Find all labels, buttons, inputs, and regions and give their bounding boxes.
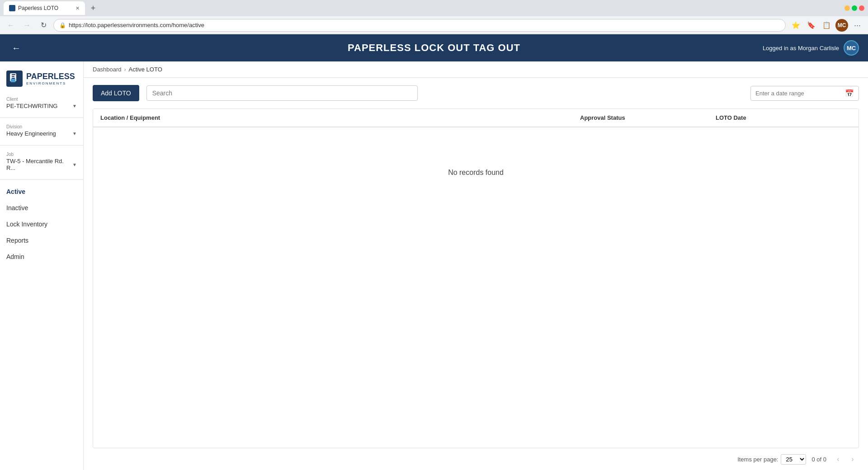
division-chevron-icon: ▼ <box>72 131 77 136</box>
forward-nav-button[interactable]: → <box>21 19 33 32</box>
column-loto-date: LOTO Date <box>716 114 851 121</box>
pagination-nav: ‹ › <box>832 453 859 465</box>
column-approval: Approval Status <box>580 114 716 121</box>
calendar-icon: 📅 <box>845 89 854 98</box>
window-controls <box>844 5 864 11</box>
app-title: PAPERLESS LOCK OUT TAG OUT <box>348 42 520 54</box>
header-user-avatar[interactable]: MC <box>844 40 859 56</box>
date-range-wrapper[interactable]: 📅 <box>750 86 859 101</box>
job-select[interactable]: TW-5 - Mercantile Rd. R... ▼ <box>6 158 77 171</box>
collections-icon[interactable]: 📋 <box>820 19 833 32</box>
logo-main-text: PAPERLESS <box>26 72 75 81</box>
address-bar[interactable]: 🔒 https://loto.paperlessenvironments.com… <box>53 19 786 32</box>
extensions-icon[interactable]: ⭐ <box>789 19 802 32</box>
lock-secure-icon: 🔒 <box>59 22 66 28</box>
header-user-info: Logged in as Morgan Carlisle MC <box>763 40 859 56</box>
breadcrumb-arrow-icon: › <box>124 66 126 73</box>
logo-sub-text: ENVIRONMENTS <box>26 81 75 85</box>
sidebar-item-active[interactable]: Active <box>0 183 83 200</box>
job-label: Job <box>6 152 77 157</box>
svg-rect-4 <box>12 76 14 77</box>
page-count: 0 of 0 <box>811 456 826 463</box>
app-container: ← PAPERLESS LOCK OUT TAG OUT Logged in a… <box>0 34 868 470</box>
tab-close-icon[interactable]: ✕ <box>75 5 80 11</box>
column-location: Location / Equipment <box>100 114 580 121</box>
svg-rect-2 <box>11 79 15 82</box>
add-loto-button[interactable]: Add LOTO <box>93 85 139 101</box>
main-wrapper: PAPERLESS ENVIRONMENTS Client PE-TECHWRI… <box>0 61 868 470</box>
table-body: No records found <box>93 127 859 218</box>
content-area: Dashboard › Active LOTO Add LOTO 📅 <box>84 61 868 470</box>
header-back-button[interactable]: ← <box>9 41 24 55</box>
close-button[interactable] <box>859 5 864 11</box>
client-chevron-icon: ▼ <box>72 103 77 108</box>
refresh-nav-button[interactable]: ↻ <box>37 19 50 32</box>
user-avatar-icon[interactable]: MC <box>835 19 848 32</box>
new-tab-button[interactable]: + <box>87 2 99 14</box>
breadcrumb-dashboard[interactable]: Dashboard <box>93 66 122 73</box>
browser-toolbar-icons: ⭐ 🔖 📋 MC ⋯ <box>789 19 863 32</box>
paperless-logo-icon <box>6 70 23 87</box>
job-value: TW-5 - Mercantile Rd. R... <box>6 158 72 171</box>
sidebar-item-reports[interactable]: Reports <box>0 232 83 249</box>
svg-rect-3 <box>12 74 15 75</box>
breadcrumb: Dashboard › Active LOTO <box>84 61 868 78</box>
sidebar-divider-3 <box>0 179 83 180</box>
tab-title: Paperless LOTO <box>18 5 58 11</box>
search-input-wrapper <box>146 85 418 101</box>
client-label: Client <box>6 97 77 102</box>
logo-text: PAPERLESS ENVIRONMENTS <box>26 72 75 85</box>
date-range-input[interactable] <box>755 90 841 97</box>
maximize-button[interactable] <box>852 5 857 11</box>
division-label: Division <box>6 124 77 129</box>
browser-tab[interactable]: Paperless LOTO ✕ <box>4 1 85 15</box>
client-value: PE-TECHWRITING <box>6 103 57 109</box>
items-per-page: Items per page: 25 10 50 100 <box>737 454 806 465</box>
next-page-button[interactable]: › <box>846 453 859 465</box>
sidebar-logo: PAPERLESS ENVIRONMENTS <box>0 66 83 94</box>
url-text: https://loto.paperlessenvironments.com/h… <box>69 22 204 28</box>
more-options-icon[interactable]: ⋯ <box>851 19 863 32</box>
content-toolbar: Add LOTO 📅 <box>84 78 868 108</box>
items-per-page-label: Items per page: <box>737 456 778 463</box>
app-header: ← PAPERLESS LOCK OUT TAG OUT Logged in a… <box>0 34 868 61</box>
sidebar-item-inactive[interactable]: Inactive <box>0 200 83 216</box>
browser-titlebar: Paperless LOTO ✕ + <box>0 0 868 16</box>
pagination-bar: Items per page: 25 10 50 100 0 of 0 ‹ › <box>84 448 868 470</box>
back-nav-button[interactable]: ← <box>5 19 17 32</box>
no-records-text: No records found <box>448 169 504 177</box>
division-select[interactable]: Heavy Engineering ▼ <box>6 130 77 137</box>
logged-in-text: Logged in as Morgan Carlisle <box>763 45 839 52</box>
sidebar-nav: Active Inactive Lock Inventory Reports A… <box>0 183 83 265</box>
sidebar-divider-1 <box>0 118 83 118</box>
table-header: Location / Equipment Approval Status LOT… <box>93 109 859 127</box>
breadcrumb-current: Active LOTO <box>129 66 162 73</box>
prev-page-button[interactable]: ‹ <box>832 453 844 465</box>
profile-icon[interactable]: 🔖 <box>805 19 817 32</box>
sidebar-item-lock-inventory[interactable]: Lock Inventory <box>0 216 83 232</box>
division-dropdown[interactable]: Division Heavy Engineering ▼ <box>0 122 83 140</box>
sidebar-item-admin[interactable]: Admin <box>0 249 83 265</box>
job-dropdown[interactable]: Job TW-5 - Mercantile Rd. R... ▼ <box>0 149 83 174</box>
browser-toolbar: ← → ↻ 🔒 https://loto.paperlessenvironmen… <box>0 16 868 34</box>
client-select[interactable]: PE-TECHWRITING ▼ <box>6 103 77 109</box>
svg-rect-5 <box>12 78 15 79</box>
division-value: Heavy Engineering <box>6 130 56 137</box>
loto-table: Location / Equipment Approval Status LOT… <box>93 108 859 448</box>
tab-favicon-icon <box>9 5 15 11</box>
search-input[interactable] <box>146 85 418 101</box>
per-page-select[interactable]: 25 10 50 100 <box>781 454 806 465</box>
minimize-button[interactable] <box>844 5 850 11</box>
client-dropdown[interactable]: Client PE-TECHWRITING ▼ <box>0 94 83 112</box>
job-chevron-icon: ▼ <box>72 162 77 167</box>
sidebar-divider-2 <box>0 145 83 146</box>
sidebar: PAPERLESS ENVIRONMENTS Client PE-TECHWRI… <box>0 61 84 470</box>
